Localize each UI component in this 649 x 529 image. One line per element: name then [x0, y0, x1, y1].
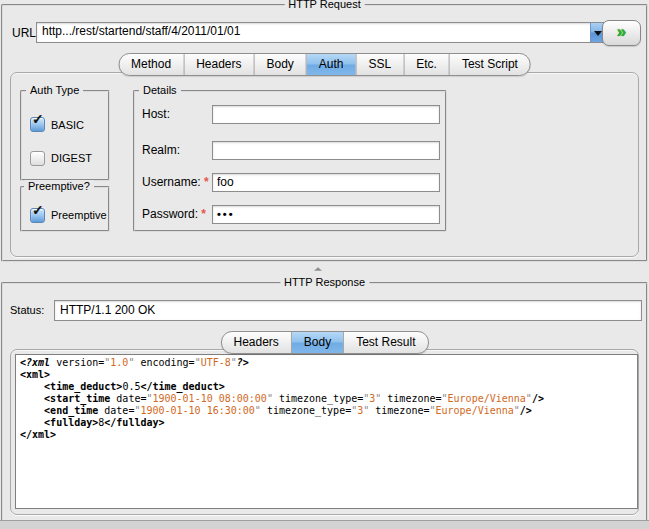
digest-checkbox-label: DIGEST	[51, 152, 92, 164]
basic-checkbox-label: BASIC	[51, 119, 84, 131]
http-response-title: HTTP Response	[280, 276, 369, 288]
status-label: Status:	[10, 304, 44, 316]
checkmark-icon: ✓	[32, 202, 44, 218]
basic-checkbox[interactable]: ✓	[30, 117, 45, 132]
digest-option-row: DIGEST	[30, 151, 106, 166]
xml-line: </xml>	[20, 429, 637, 441]
xml-line: <?xml version="1.0" encoding="UTF-8"?>	[20, 357, 637, 369]
xml-line: <end_time date="1900-01-10 16:30:00" tim…	[20, 405, 637, 417]
xml-line: <time_deduct>0.5</time_deduct>	[20, 381, 637, 393]
auth-type-group: Auth Type ✓BASICDIGEST	[20, 90, 110, 181]
username-label: Username: *	[142, 175, 209, 189]
status-value: HTTP/1.1 200 OK	[60, 303, 155, 317]
details-group-title: Details	[139, 84, 181, 96]
window-bottom-bar	[0, 520, 649, 529]
url-input[interactable]: http.../rest/startend/staff/4/2011/01/01	[36, 22, 606, 43]
request-tab-test-script[interactable]: Test Script	[449, 54, 530, 75]
preemptive-checkbox[interactable]: ✓	[30, 208, 45, 223]
response-tab-test-result[interactable]: Test Result	[343, 332, 427, 353]
request-tab-ssl[interactable]: SSL	[356, 54, 404, 75]
preemptive-option-row: ✓Preemptive	[30, 208, 106, 223]
password-input[interactable]: •••	[212, 205, 440, 224]
request-tab-auth[interactable]: Auth	[306, 54, 356, 75]
username-input[interactable]: foo	[212, 173, 440, 192]
realm-label: Realm:	[142, 143, 180, 157]
preemptive-group: Preemptive? ✓Preemptive	[20, 186, 110, 232]
request-tab-etc[interactable]: Etc.	[403, 54, 449, 75]
required-asterisk: *	[201, 175, 209, 189]
details-group: Details Host:Realm:Username: *fooPasswor…	[133, 90, 447, 232]
request-tab-body[interactable]: Body	[253, 54, 305, 75]
xml-line: <xml>	[20, 369, 637, 381]
xml-line: <start_time date="1900-01-10 08:00:00" t…	[20, 393, 637, 405]
divider-arrow-icon	[314, 264, 322, 270]
realm-input[interactable]	[212, 141, 440, 160]
password-label: Password: *	[142, 207, 206, 221]
host-input[interactable]	[212, 105, 440, 124]
host-label: Host:	[142, 107, 170, 121]
response-body-editor[interactable]: <?xml version="1.0" encoding="UTF-8"?><x…	[15, 354, 638, 509]
preemptive-group-title: Preemptive?	[24, 180, 94, 192]
chevron-down-icon	[594, 31, 602, 40]
preemptive-checkbox-label: Preemptive	[51, 209, 107, 221]
response-tab-body[interactable]: Body	[291, 332, 343, 353]
url-value: http.../rest/startend/staff/4/2011/01/01	[42, 24, 240, 38]
request-tab-bar: MethodHeadersBodyAuthSSLEtc.Test Script	[118, 53, 531, 76]
auth-type-group-title: Auth Type	[26, 84, 83, 96]
required-asterisk: *	[198, 207, 206, 221]
digest-checkbox[interactable]	[30, 151, 45, 166]
request-tab-method[interactable]: Method	[119, 54, 183, 75]
basic-option-row: ✓BASIC	[30, 117, 106, 132]
response-tab-headers[interactable]: Headers	[221, 332, 290, 353]
send-request-button[interactable]: »	[602, 20, 641, 46]
response-tab-bar: HeadersBodyTest Result	[220, 331, 428, 354]
request-tab-headers[interactable]: Headers	[183, 54, 253, 75]
double-arrow-icon: »	[617, 22, 626, 41]
status-input[interactable]: HTTP/1.1 200 OK	[54, 300, 642, 321]
xml-line: <fullday>8</fullday>	[20, 417, 637, 429]
split-pane-divider[interactable]	[312, 263, 324, 270]
checkmark-icon: ✓	[32, 111, 44, 127]
http-request-title: HTTP Request	[284, 0, 365, 10]
